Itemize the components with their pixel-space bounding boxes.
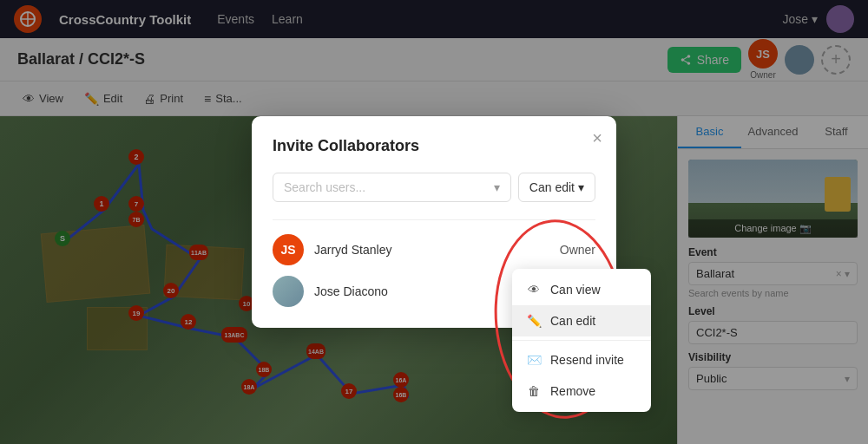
- dropdown-remove[interactable]: 🗑 Remove: [512, 375, 651, 407]
- collaborator-avatar-jarryd: JS: [273, 234, 304, 265]
- search-chevron-icon: ▾: [494, 180, 500, 194]
- perm-chevron-icon: ▾: [578, 180, 584, 194]
- collaborator-row-jarryd: JS Jarryd Stanley Owner: [273, 234, 595, 265]
- permission-button[interactable]: Can edit ▾: [518, 173, 595, 202]
- modal-title: Invite Collaborators: [273, 137, 595, 155]
- dropdown-divider: [512, 340, 651, 341]
- modal-close-button[interactable]: ×: [592, 128, 602, 148]
- modal-divider: [273, 219, 595, 220]
- dropdown-can-edit[interactable]: ✏️ Can edit: [512, 305, 651, 336]
- invite-row: Search users... ▾ Can edit ▾: [273, 173, 595, 202]
- mail-icon: ✉️: [526, 353, 542, 367]
- edit-icon: ✏️: [526, 314, 542, 328]
- search-users-select[interactable]: Search users... ▾: [273, 173, 511, 202]
- collaborator-name-jose: Jose Diacono: [314, 284, 530, 298]
- dropdown-resend-invite[interactable]: ✉️ Resend invite: [512, 344, 651, 375]
- dropdown-can-view[interactable]: 👁 Can view: [512, 274, 651, 305]
- collaborator-name-jarryd: Jarryd Stanley: [314, 243, 549, 257]
- modal-overlay: Invite Collaborators × Search users... ▾…: [0, 0, 868, 444]
- permission-dropdown: 👁 Can view ✏️ Can edit ✉️ Resend invite …: [512, 269, 651, 412]
- collaborator-role-jarryd: Owner: [560, 243, 595, 257]
- search-placeholder: Search users...: [284, 180, 365, 194]
- collaborator-avatar-jose: [273, 276, 304, 307]
- trash-icon: 🗑: [526, 384, 542, 398]
- eye-icon: 👁: [526, 283, 542, 297]
